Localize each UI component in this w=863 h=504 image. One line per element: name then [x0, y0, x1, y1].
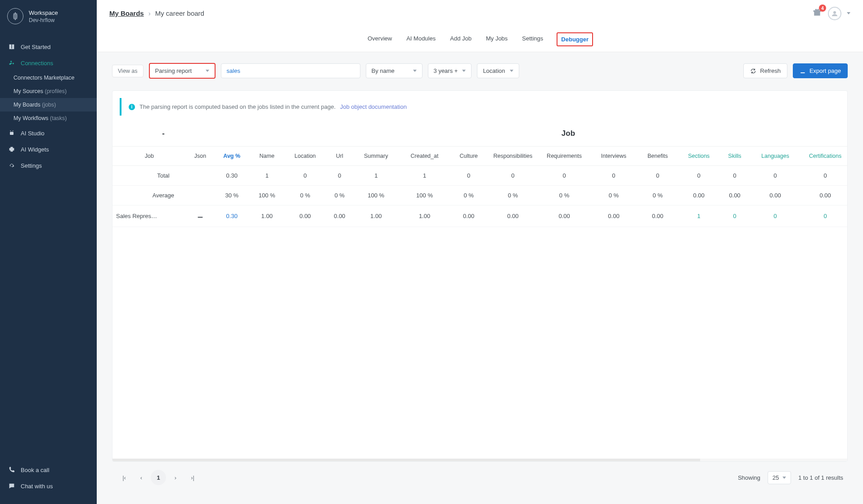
sidebar-sub-hint: (profiles) — [43, 88, 67, 94]
viewas-value: Parsing report — [155, 67, 192, 74]
chevron-down-icon — [413, 70, 417, 72]
search-input[interactable] — [221, 63, 360, 78]
sidebar-item-label: Book a call — [21, 467, 49, 473]
pager-first[interactable]: |‹ — [117, 470, 132, 485]
sidebar-item-get-started[interactable]: Get Started — [0, 39, 97, 55]
page-size-select[interactable]: 25 — [768, 471, 791, 484]
pager-last[interactable]: ›| — [185, 470, 200, 485]
sidebar-item-label: AI Widgets — [21, 146, 49, 153]
col-name[interactable]: Name — [250, 147, 284, 166]
avatar[interactable] — [828, 7, 841, 20]
sidebar-item-ai-widgets[interactable]: AI Widgets — [0, 141, 97, 157]
cell: 0 — [720, 166, 750, 186]
content-area: View as Parsing report By name 3 years +… — [97, 52, 863, 504]
sidebar: Workspace Dev-hrflow Get Started Connect… — [0, 0, 97, 504]
col-requirements[interactable]: Requirements — [539, 147, 590, 166]
chevron-down-icon[interactable] — [847, 12, 850, 14]
report-card: i The parsing report is computed based o… — [112, 90, 848, 462]
sidebar-sub-sources[interactable]: My Sources (profiles) — [0, 85, 97, 98]
user-icon — [831, 9, 839, 18]
col-group-job: Job — [214, 120, 847, 147]
main-content: My Boards › My career board 4 Overview A… — [97, 0, 863, 504]
col-created[interactable]: Created_at — [399, 147, 450, 166]
chevron-down-icon — [462, 70, 466, 72]
sidebar-sub-label: My Sources — [13, 88, 43, 94]
col-certifications[interactable]: Certifications — [801, 147, 847, 166]
sidebar-item-label: Chat with us — [21, 483, 53, 490]
breadcrumb: My Boards › My career board — [109, 9, 204, 17]
breadcrumb-current: My career board — [155, 9, 204, 17]
pager-prev[interactable]: ‹ — [134, 470, 149, 485]
breadcrumb-root[interactable]: My Boards — [109, 9, 144, 17]
horizontal-scrollbar[interactable] — [112, 459, 847, 461]
sidebar-item-ai-studio[interactable]: AI Studio — [0, 125, 97, 141]
download-icon[interactable] — [197, 212, 204, 219]
cell: 0.00 — [720, 186, 750, 205]
export-button[interactable]: Export page — [793, 63, 848, 78]
col-job[interactable]: Job — [112, 147, 186, 166]
tab-add-job[interactable]: Add Job — [449, 32, 472, 46]
cell: 0 % — [284, 186, 326, 205]
sort-value: By name — [372, 67, 395, 74]
tab-overview[interactable]: Overview — [367, 32, 393, 46]
cell: 0.00 — [678, 186, 720, 205]
col-interviews[interactable]: Interviews — [590, 147, 638, 166]
period-value: 3 years + — [434, 67, 458, 74]
cell: 100 % — [250, 186, 284, 205]
col-json[interactable]: Json — [186, 147, 214, 166]
sort-select[interactable]: By name — [366, 63, 423, 78]
sidebar-sub-workflows[interactable]: My Workflows (tasks) — [0, 112, 97, 125]
table-row: Average30 %100 %0 %0 %100 %100 %0 %0 %0 … — [112, 186, 847, 205]
gift-button[interactable]: 4 — [813, 8, 822, 18]
col-summary[interactable]: Summary — [353, 147, 399, 166]
sidebar-item-chat[interactable]: Chat with us — [0, 478, 97, 494]
cell: 0.30 — [214, 205, 250, 227]
sidebar-item-label: Connections — [21, 60, 53, 67]
col-location[interactable]: Location — [284, 147, 326, 166]
sidebar-item-book-call[interactable]: Book a call — [0, 462, 97, 478]
sidebar-sub-boards[interactable]: My Boards (jobs) — [0, 98, 97, 112]
cell: 0 % — [638, 186, 678, 205]
sidebar-sub-connectors[interactable]: Connectors Marketplace — [0, 71, 97, 85]
viewas-select[interactable]: Parsing report — [149, 63, 216, 79]
pager-current[interactable]: 1 — [151, 470, 166, 485]
sidebar-nav: Get Started Connections Connectors Marke… — [0, 30, 97, 174]
sidebar-sub-label: My Workflows — [13, 115, 49, 121]
viewas-label: View as — [112, 65, 144, 77]
sidebar-item-settings[interactable]: Settings — [0, 157, 97, 174]
parsing-report-table: - Job Job Json Avg % Name Location Url S… — [112, 120, 847, 227]
col-benefits[interactable]: Benefits — [638, 147, 678, 166]
sidebar-sub-label: My Boards — [13, 102, 40, 108]
col-culture[interactable]: Culture — [450, 147, 487, 166]
col-responsibilities[interactable]: Responsibilities — [487, 147, 539, 166]
col-group-dash: - — [112, 120, 214, 147]
puzzle-icon — [8, 146, 15, 153]
period-select[interactable]: 3 years + — [428, 63, 472, 78]
col-avg[interactable]: Avg % — [214, 147, 250, 166]
info-link[interactable]: Job object documentation — [340, 103, 407, 110]
col-sections[interactable]: Sections — [678, 147, 720, 166]
sidebar-item-connections[interactable]: Connections — [0, 55, 97, 71]
sidebar-sub-hint: (tasks) — [49, 115, 67, 121]
cell: 0 — [801, 205, 847, 227]
cell: 1 — [399, 166, 450, 186]
cell: 0 — [678, 166, 720, 186]
table-wrapper[interactable]: - Job Job Json Avg % Name Location Url S… — [112, 120, 847, 227]
location-select[interactable]: Location — [477, 63, 519, 78]
tab-my-jobs[interactable]: My Jobs — [485, 32, 508, 46]
cell: 1 — [353, 166, 399, 186]
tab-ai-modules[interactable]: AI Modules — [405, 32, 436, 46]
phone-icon — [8, 466, 15, 473]
refresh-button[interactable]: Refresh — [743, 63, 787, 78]
col-url[interactable]: Url — [326, 147, 353, 166]
col-skills[interactable]: Skills — [720, 147, 750, 166]
cell: 0.30 — [214, 166, 250, 186]
cell-json[interactable] — [186, 205, 214, 227]
page-size-value: 25 — [773, 474, 779, 481]
pager-next[interactable]: › — [168, 470, 183, 485]
col-languages[interactable]: Languages — [750, 147, 801, 166]
tab-settings[interactable]: Settings — [521, 32, 544, 46]
sidebar-sub-hint: (jobs) — [40, 102, 56, 108]
chevron-down-icon — [510, 70, 513, 72]
tab-debugger[interactable]: Debugger — [557, 32, 593, 46]
